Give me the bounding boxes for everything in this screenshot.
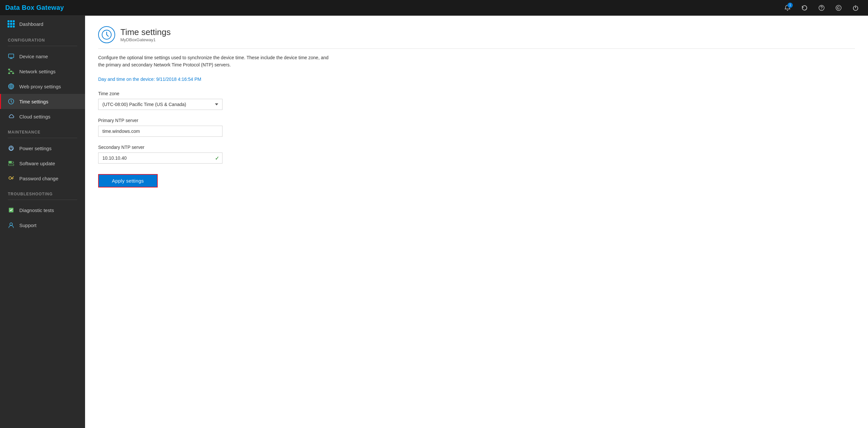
sidebar-cloud-settings-label: Cloud settings (19, 114, 51, 119)
timezone-label: Time zone (98, 91, 855, 96)
power-button[interactable] (848, 1, 863, 15)
section-divider-maintenance (8, 138, 77, 138)
svg-rect-3 (8, 54, 14, 58)
secondary-ntp-label: Secondary NTP server (98, 145, 855, 150)
notifications-button[interactable]: 1 (780, 1, 795, 15)
svg-point-13 (9, 177, 11, 179)
sidebar-diagnostic-label: Diagnostic tests (19, 208, 54, 213)
sidebar-dashboard-label: Dashboard (19, 21, 43, 27)
page-header: Time settings MyDBoxGateway1 (98, 26, 855, 49)
sidebar-network-settings-label: Network settings (19, 69, 56, 74)
device-time-value: 9/11/2018 4:16:54 PM (156, 77, 201, 82)
device-time: Day and time on the device: 9/11/2018 4:… (98, 77, 855, 82)
diagnostic-icon (7, 207, 15, 214)
svg-rect-11 (8, 161, 12, 163)
section-label-configuration: CONFIGURATION (0, 32, 85, 44)
sidebar-item-dashboard[interactable]: Dashboard (0, 16, 85, 32)
sidebar-web-proxy-label: Web proxy settings (19, 84, 61, 89)
cloud-icon (7, 113, 15, 120)
svg-rect-4 (8, 69, 10, 70)
software-update-icon (7, 160, 15, 167)
primary-ntp-input[interactable] (98, 126, 222, 137)
sidebar-item-device-name[interactable]: Device name (0, 49, 85, 64)
support-icon (7, 221, 15, 229)
sidebar-item-software-update[interactable]: Software update (0, 156, 85, 171)
page-header-text: Time settings MyDBoxGateway1 (120, 27, 171, 42)
sidebar-item-support[interactable]: Support (0, 218, 85, 233)
apply-settings-button[interactable]: Apply settings (98, 174, 158, 187)
svg-point-1 (821, 9, 822, 9)
page-title: Time settings (120, 27, 171, 37)
main-content: Time settings MyDBoxGateway1 Configure t… (85, 16, 868, 428)
sidebar-item-time-settings[interactable]: Time settings (0, 94, 85, 109)
primary-ntp-group: Primary NTP server (98, 118, 855, 137)
key-icon (7, 175, 15, 182)
sidebar-item-network-settings[interactable]: Network settings (0, 64, 85, 79)
layout: Dashboard CONFIGURATION Device name (0, 16, 868, 428)
sidebar-support-label: Support (19, 222, 37, 228)
sidebar-device-name-label: Device name (19, 54, 48, 59)
sidebar-power-settings-label: Power settings (19, 146, 51, 151)
refresh-button[interactable] (797, 1, 812, 15)
sidebar-item-cloud-settings[interactable]: Cloud settings (0, 109, 85, 124)
page-subtitle: MyDBoxGateway1 (120, 37, 171, 42)
description-line2: the primary and secondary Network Time P… (98, 62, 231, 67)
secondary-ntp-wrapper: ✓ (98, 152, 222, 163)
topbar-icons: 1 (780, 1, 863, 15)
help-button[interactable] (814, 1, 829, 15)
description-line1: Configure the optional time settings use… (98, 55, 329, 60)
topbar: Data Box Gateway 1 (0, 0, 868, 16)
globe-icon (7, 83, 15, 90)
svg-point-15 (10, 223, 12, 225)
svg-rect-7 (12, 73, 14, 74)
sidebar-item-web-proxy[interactable]: Web proxy settings (0, 79, 85, 94)
checkmark-icon: ✓ (215, 155, 219, 161)
section-label-troubleshooting: TROUBLESHOOTING (0, 186, 85, 198)
secondary-ntp-group: Secondary NTP server ✓ (98, 145, 855, 163)
device-time-label: Day and time on the device: (98, 77, 155, 82)
page-header-icon (98, 26, 115, 43)
time-sidebar-icon (7, 98, 15, 105)
section-divider-troubleshooting (8, 200, 77, 200)
timezone-group: Time zone (UTC-12:00) International Date… (98, 91, 855, 110)
network-icon (7, 68, 15, 75)
primary-ntp-wrapper (98, 126, 222, 137)
copyright-button[interactable] (831, 1, 846, 15)
sidebar-item-password-change[interactable]: Password change (0, 171, 85, 186)
svg-point-2 (836, 5, 841, 10)
sidebar-password-change-label: Password change (19, 176, 58, 181)
notification-badge: 1 (787, 3, 793, 8)
device-icon (7, 53, 15, 60)
page-description: Configure the optional time settings use… (98, 54, 360, 69)
sidebar-item-diagnostic-tests[interactable]: Diagnostic tests (0, 203, 85, 218)
svg-rect-12 (8, 164, 14, 165)
secondary-ntp-input[interactable] (98, 152, 222, 163)
svg-rect-6 (8, 73, 10, 74)
sidebar: Dashboard CONFIGURATION Device name (0, 16, 85, 428)
sidebar-item-power-settings[interactable]: Power settings (0, 141, 85, 156)
sidebar-time-settings-label: Time settings (19, 99, 49, 104)
primary-ntp-label: Primary NTP server (98, 118, 855, 123)
section-divider-configuration (8, 46, 77, 46)
section-label-maintenance: MAINTENANCE (0, 124, 85, 136)
power-settings-icon (7, 145, 15, 152)
timezone-select[interactable]: (UTC-12:00) International Date Line West… (98, 99, 222, 110)
dashboard-icon (7, 20, 15, 28)
sidebar-software-update-label: Software update (19, 161, 55, 166)
app-title: Data Box Gateway (5, 4, 64, 11)
